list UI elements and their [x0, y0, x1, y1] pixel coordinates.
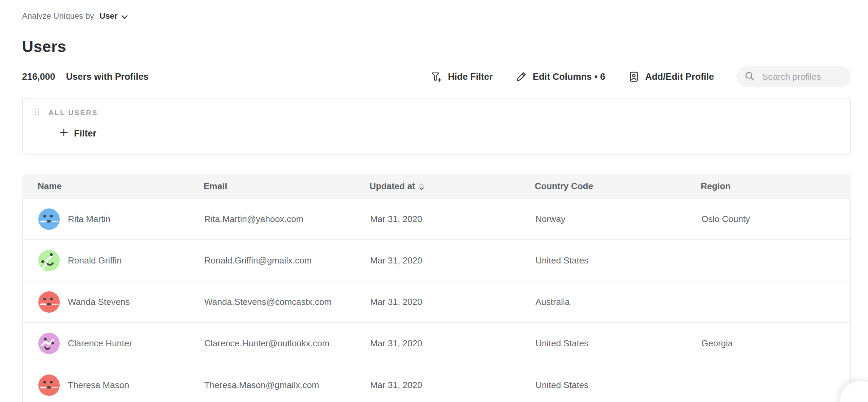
edit-columns-label: Edit Columns • 6	[533, 72, 605, 82]
user-email: Theresa.Mason@gmailx.com	[204, 380, 370, 390]
avatar	[38, 208, 60, 230]
column-header-name[interactable]: Name	[38, 181, 204, 191]
search-profiles-input[interactable]	[761, 71, 841, 83]
user-country-code: United States	[535, 338, 701, 349]
analyze-uniques-row: Analyze Uniques by User	[22, 10, 851, 22]
drag-handle-icon[interactable]	[34, 108, 40, 117]
chevron-down-icon	[121, 12, 128, 21]
table-row[interactable]: Ronald Griffin Ronald.Griffin@gmailx.com…	[23, 240, 850, 281]
users-page: Analyze Uniques by User Users 216,000 Us…	[0, 0, 868, 402]
name-cell: Ronald Griffin	[38, 250, 204, 271]
user-country-code: United States	[535, 380, 701, 390]
toolbar: Hide Filter Edit Columns • 6	[430, 66, 851, 87]
user-country-code: Norway	[535, 214, 701, 224]
all-users-label: ALL USERS	[49, 109, 98, 117]
filter-funnel-plus-icon	[430, 71, 442, 83]
edit-columns-button[interactable]: Edit Columns • 6	[515, 71, 605, 83]
avatar	[38, 333, 60, 354]
add-filter-label: Filter	[74, 128, 96, 139]
users-table: Name Email Updated at Country Code Regio…	[22, 174, 851, 402]
table-row[interactable]: Theresa Mason Theresa.Mason@gmailx.com M…	[23, 364, 850, 402]
filter-group-row: ALL USERS	[34, 108, 850, 117]
user-name: Ronald Griffin	[68, 255, 122, 266]
user-updated-at: Mar 31, 2020	[370, 297, 535, 307]
add-edit-profile-label: Add/Edit Profile	[645, 72, 714, 82]
user-email: Rita.Martin@yahoox.com	[204, 214, 370, 224]
user-name: Clarence Hunter	[68, 338, 132, 349]
profile-count-label: Users with Profiles	[66, 72, 149, 82]
user-email: Wanda.Stevens@comcastx.com	[204, 297, 370, 307]
plus-icon	[59, 128, 69, 140]
column-header-country-code[interactable]: Country Code	[535, 181, 701, 191]
user-country-code: Australia	[535, 297, 701, 307]
add-edit-profile-button[interactable]: Add/Edit Profile	[628, 71, 714, 83]
stats-toolbar-row: 216,000 Users with Profiles Hide Filter	[22, 66, 851, 88]
hide-filter-button[interactable]: Hide Filter	[430, 71, 493, 83]
user-email: Ronald.Griffin@gmailx.com	[204, 255, 370, 266]
user-email: Clarence.Hunter@outlookx.com	[204, 338, 370, 349]
avatar	[38, 250, 60, 271]
user-name: Theresa Mason	[68, 380, 129, 390]
analyze-uniques-select[interactable]: User	[99, 11, 128, 21]
sort-icon	[419, 183, 424, 190]
hide-filter-label: Hide Filter	[448, 72, 493, 82]
table-header-row: Name Email Updated at Country Code Regio…	[22, 174, 851, 199]
pencil-icon	[515, 71, 527, 83]
search-profiles-box[interactable]	[736, 66, 851, 87]
analyze-uniques-value: User	[99, 11, 117, 21]
column-header-region[interactable]: Region	[701, 181, 851, 191]
profile-count-group: 216,000 Users with Profiles	[22, 72, 149, 82]
user-updated-at: Mar 31, 2020	[370, 338, 535, 349]
user-region: Georgia	[701, 338, 850, 349]
column-header-email[interactable]: Email	[204, 181, 370, 191]
table-row[interactable]: Rita Martin Rita.Martin@yahoox.com Mar 3…	[23, 199, 850, 240]
column-header-updated-at[interactable]: Updated at	[370, 181, 535, 191]
table-body: Rita Martin Rita.Martin@yahoox.com Mar 3…	[22, 199, 851, 402]
name-cell: Rita Martin	[38, 208, 204, 230]
user-updated-at: Mar 31, 2020	[370, 214, 535, 224]
user-name: Wanda Stevens	[68, 297, 130, 307]
user-region: Oslo County	[701, 214, 850, 224]
analyze-uniques-label: Analyze Uniques by	[22, 11, 94, 21]
add-filter-button[interactable]: Filter	[59, 128, 96, 140]
user-updated-at: Mar 31, 2020	[370, 255, 535, 266]
profile-badge-icon	[628, 71, 640, 83]
user-country-code: United States	[535, 255, 701, 266]
search-icon	[744, 70, 755, 83]
avatar	[38, 374, 60, 396]
name-cell: Wanda Stevens	[38, 291, 204, 313]
avatar	[38, 291, 60, 313]
user-name: Rita Martin	[68, 214, 111, 224]
name-cell: Theresa Mason	[38, 374, 204, 396]
filter-card: ALL USERS Filter	[22, 98, 851, 154]
page-title: Users	[22, 37, 851, 56]
profile-count: 216,000	[22, 72, 55, 82]
user-updated-at: Mar 31, 2020	[370, 380, 535, 390]
table-row[interactable]: Wanda Stevens Wanda.Stevens@comcastx.com…	[23, 281, 850, 323]
table-row[interactable]: Clarence Hunter Clarence.Hunter@outlookx…	[23, 323, 850, 364]
name-cell: Clarence Hunter	[38, 333, 204, 354]
